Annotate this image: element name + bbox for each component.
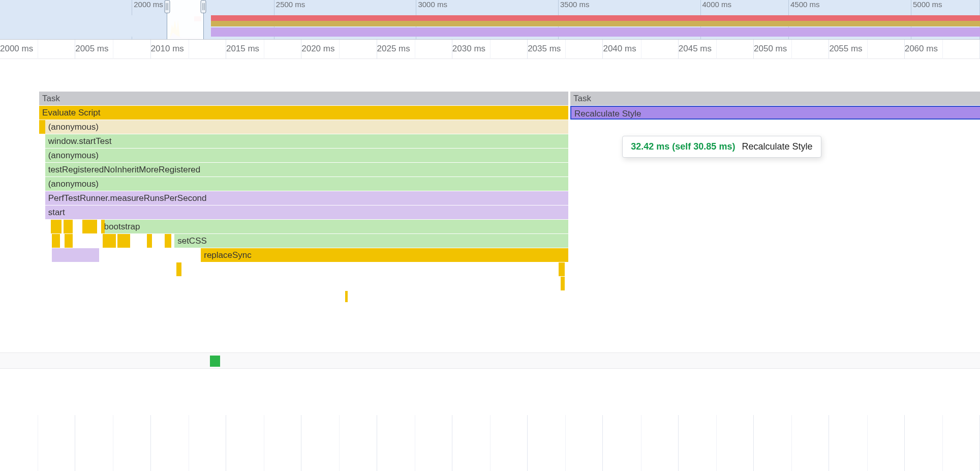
replacesync-bar[interactable]: replaceSync [201,248,568,262]
marker-strip [0,352,980,369]
overview-selection[interactable] [167,0,204,39]
stack-bar[interactable]: testRegisteredNoInheritMoreRegistered [45,163,569,176]
ruler-tick: 2060 ms [905,44,938,54]
sync-sliver [561,277,565,290]
task-bar[interactable]: Task [570,92,980,105]
ruler-tick: 2030 ms [452,44,485,54]
bootstrap-bar[interactable]: bootstrap [101,220,569,233]
overview-tick: 5000 ms [911,0,942,9]
overview-handle-right[interactable] [201,0,206,13]
script-chip [51,220,62,233]
script-chip [165,234,171,248]
overview-tick: 4500 ms [789,0,820,9]
setcss-bar[interactable]: setCSS [174,234,568,248]
ruler-tick: 2000 ms [0,44,33,54]
stack-bar[interactable]: start [45,205,569,219]
timing-marker[interactable] [210,356,220,367]
overview-tick: 3000 ms [416,0,447,9]
tooltip-timing: 32.42 ms (self 30.85 ms) [631,141,735,152]
sync-sliver [345,291,348,302]
script-chip [101,220,105,233]
render-chip [52,248,99,262]
ruler-tick: 2035 ms [528,44,561,54]
script-chip [147,234,152,248]
ruler-tick: 2015 ms [226,44,259,54]
ruler-tick: 2025 ms [377,44,410,54]
script-chip [117,234,130,248]
overview-handle-left[interactable] [164,0,170,13]
script-sliver [39,120,45,134]
ruler-tick: 2010 ms [151,44,184,54]
script-chip [52,234,59,248]
flamechart[interactable]: 32.42 ms (self 30.85 ms) Recalculate Sty… [0,59,980,415]
recalculate-style-bar[interactable]: Recalculate Style [570,106,980,120]
ruler-tick: 2055 ms [829,44,862,54]
overview-timeline[interactable]: 0 ms2000 ms2500 ms3000 ms3500 ms4000 ms4… [0,0,980,40]
time-ruler[interactable]: 2000 ms2005 ms2010 ms2015 ms2020 ms2025 … [0,40,980,59]
ruler-tick: 2045 ms [679,44,712,54]
ruler-tick: 2040 ms [603,44,636,54]
script-chip [82,220,97,233]
overview-tick: 2000 ms [132,0,163,9]
stack-bar[interactable]: PerfTestRunner.measureRunsPerSecond [45,191,569,205]
script-chip [65,234,72,248]
script-chip [64,220,72,233]
hover-tooltip: 32.42 ms (self 30.85 ms) Recalculate Sty… [622,136,821,158]
ruler-tick: 2020 ms [301,44,334,54]
script-chip [103,234,115,248]
tooltip-name: Recalculate Style [742,141,812,152]
evaluate-script-bar[interactable]: Evaluate Script [39,106,568,120]
ruler-tick: 2050 ms [754,44,787,54]
ruler-tick: 2005 ms [75,44,108,54]
task-bar[interactable]: Task [39,92,568,105]
overview-tick: 2500 ms [274,0,305,9]
sync-sliver [176,262,181,276]
stack-bar[interactable]: (anonymous) [45,177,569,191]
overview-tick: 3500 ms [559,0,590,9]
overview-tick: 4000 ms [701,0,732,9]
sync-sliver [559,262,565,276]
anonymous-bar[interactable]: (anonymous) [45,120,569,134]
stack-bar[interactable]: window.startTest [45,134,569,148]
stack-bar[interactable]: (anonymous) [45,149,569,162]
